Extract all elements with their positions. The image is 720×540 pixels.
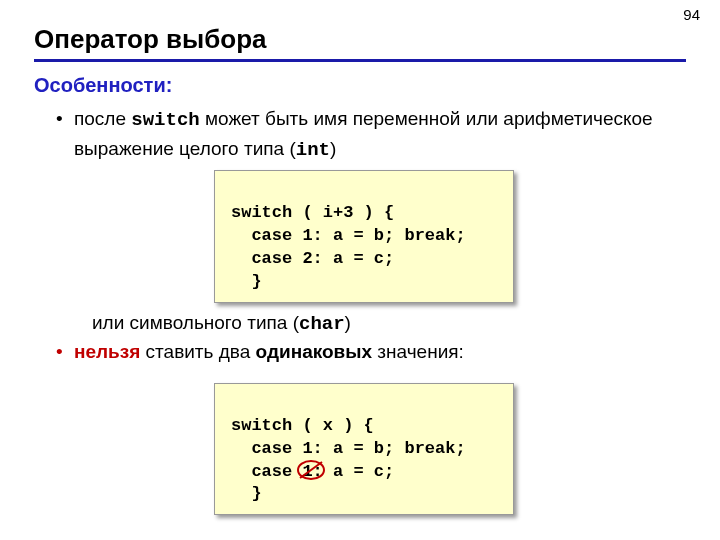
text: ставить два (140, 341, 255, 362)
code-line: } (231, 272, 262, 291)
code-line: case 1: a = c; (231, 462, 394, 481)
slide-title: Оператор выбора (34, 24, 686, 55)
keyword-char: char (299, 313, 345, 335)
text: ) (330, 138, 336, 159)
keyword-int: int (296, 139, 330, 161)
text: ) (345, 312, 351, 333)
code-block-1: switch ( i+3 ) { case 1: a = b; break; c… (214, 170, 514, 303)
code-line: case 1: a = b; break; (231, 226, 466, 245)
text-same: одинаковых (256, 341, 372, 362)
bullet-2: нельзя ставить два одинаковых значения: … (56, 338, 686, 515)
title-underline (34, 59, 686, 62)
keyword-switch: switch (131, 109, 199, 131)
code-block-2: switch ( x ) { case 1: a = b; break; cas… (214, 383, 514, 516)
bullet-list: после switch может быть имя переменной и… (56, 105, 686, 515)
text-forbidden: нельзя (74, 341, 140, 362)
code-line: switch ( i+3 ) { (231, 203, 394, 222)
text: после (74, 108, 131, 129)
text: или символьного типа ( (92, 312, 299, 333)
page-number: 94 (683, 6, 700, 23)
code-line: case 1: a = b; break; (231, 439, 466, 458)
code-line: switch ( x ) { (231, 416, 374, 435)
code-line: case 2: a = c; (231, 249, 394, 268)
code-line: } (231, 484, 262, 503)
text: значения: (372, 341, 464, 362)
bullet-1-cont: или символьного типа (char) (92, 309, 686, 339)
bullet-1: после switch может быть имя переменной и… (56, 105, 686, 338)
subheading: Особенности: (34, 74, 686, 97)
